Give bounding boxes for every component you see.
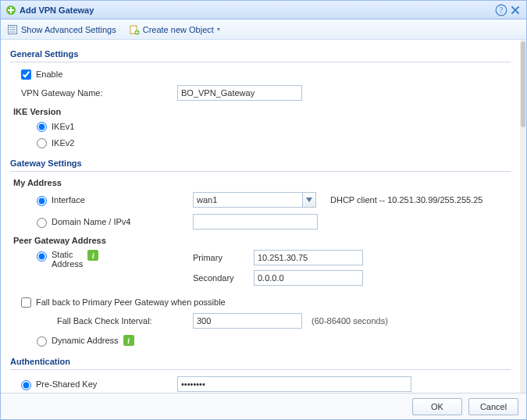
fallback-label: Fall back to Primary Peer Gateway when p…	[36, 297, 226, 307]
scrollbar-thumb[interactable]	[521, 41, 525, 127]
psk-label: Pre-Shared Key	[36, 379, 97, 389]
domain-radio[interactable]	[37, 218, 47, 228]
cancel-button[interactable]: Cancel	[468, 398, 518, 415]
interface-label: Interface	[52, 195, 85, 205]
vertical-scrollbar[interactable]	[520, 40, 526, 393]
static-address-radio[interactable]	[37, 251, 47, 262]
dhcp-info-text: DHCP client -- 10.251.30.99/255.255.25	[330, 195, 482, 205]
new-object-icon	[129, 24, 140, 35]
ikev1-label: IKEv1	[52, 122, 74, 131]
ikev2-radio[interactable]	[37, 138, 47, 148]
vpn-gateway-name-label: VPN Gateway Name:	[21, 88, 177, 98]
ikev2-label: IKEv2	[52, 138, 74, 148]
ok-button[interactable]: OK	[412, 398, 462, 415]
ike-version-heading: IKE Version	[13, 107, 511, 116]
close-icon[interactable]	[509, 4, 522, 16]
interface-combo[interactable]	[193, 192, 316, 208]
info-icon[interactable]: i	[123, 335, 134, 346]
show-advanced-settings-link[interactable]: Show Advanced Settings	[7, 24, 116, 35]
domain-label: Domain Name / IPv4	[52, 217, 130, 226]
help-icon[interactable]: ?	[495, 4, 507, 16]
section-general-settings: General Settings	[10, 48, 511, 62]
dialog-title: Add VPN Gateway	[20, 5, 94, 15]
my-address-heading: My Address	[13, 178, 511, 187]
dynamic-address-label: Dynamic Address	[52, 336, 119, 345]
chevron-down-icon: ▾	[217, 26, 220, 33]
titlebar: Add VPN Gateway ?	[1, 1, 526, 20]
content-area: General Settings Enable VPN Gateway Name…	[1, 40, 526, 393]
dynamic-address-radio[interactable]	[37, 336, 47, 347]
fallback-checkbox[interactable]	[21, 297, 31, 308]
toolbar: Show Advanced Settings Create new Object…	[1, 20, 526, 40]
section-authentication: Authentication	[10, 352, 511, 370]
interval-label: Fall Back Check Interval:	[57, 316, 193, 326]
secondary-input[interactable]	[254, 270, 363, 286]
ikev1-radio[interactable]	[37, 122, 47, 132]
info-icon[interactable]: i	[87, 250, 98, 261]
static-address-label: Static Address	[52, 250, 83, 269]
psk-radio[interactable]	[21, 380, 31, 390]
interval-input[interactable]	[193, 313, 302, 329]
enable-label: Enable	[36, 69, 62, 79]
add-icon	[5, 5, 16, 16]
secondary-label: Secondary	[193, 273, 254, 283]
domain-input[interactable]	[193, 214, 318, 230]
create-new-object-menu[interactable]: Create new Object ▾	[129, 24, 220, 35]
primary-input[interactable]	[254, 250, 363, 265]
interval-hint: (60-86400 seconds)	[312, 316, 388, 326]
chevron-down-icon[interactable]	[302, 192, 316, 208]
button-bar: OK Cancel	[1, 393, 526, 419]
psk-input[interactable]	[177, 376, 411, 392]
svg-text:?: ?	[500, 5, 504, 14]
enable-checkbox[interactable]	[21, 69, 31, 80]
interface-radio[interactable]	[37, 196, 47, 206]
dialog-window: Add VPN Gateway ? Show Advanced Settings…	[0, 0, 527, 420]
show-advanced-label: Show Advanced Settings	[21, 25, 116, 34]
peer-gateway-heading: Peer Gateway Address	[13, 236, 511, 245]
vpn-gateway-name-input[interactable]	[177, 85, 302, 101]
settings-icon	[7, 24, 18, 35]
interface-input[interactable]	[193, 192, 302, 208]
section-gateway-settings: Gateway Settings	[10, 154, 511, 172]
primary-label: Primary	[193, 253, 254, 262]
create-new-object-label: Create new Object	[143, 25, 214, 34]
